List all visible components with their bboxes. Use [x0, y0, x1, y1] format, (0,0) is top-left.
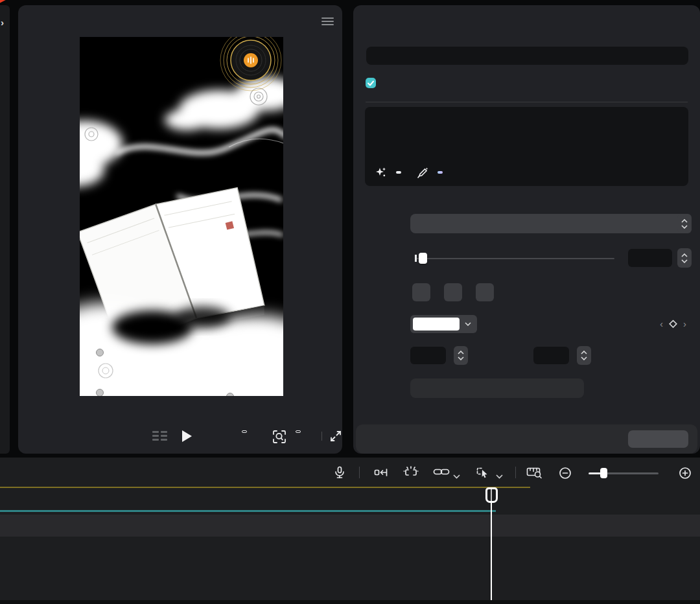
zoom-in-icon[interactable]	[678, 466, 692, 480]
letter-spacing-stepper[interactable]	[454, 346, 468, 365]
collapsed-panel-strip[interactable]: ›	[0, 5, 10, 454]
apply-all-row[interactable]	[366, 78, 381, 88]
letter-spacing-value[interactable]	[410, 347, 446, 364]
subtitle-text-editor[interactable]	[365, 107, 688, 186]
ink-wash-bottom	[80, 303, 283, 396]
player-header	[18, 5, 342, 34]
play-button[interactable]	[180, 429, 193, 443]
next-keyframe-icon[interactable]: ›	[683, 318, 686, 329]
checkbox-checked-icon[interactable]	[366, 78, 376, 88]
auto-gap-icon[interactable]	[403, 465, 419, 480]
font-size-value[interactable]	[628, 249, 672, 267]
timeline-ruler[interactable]	[0, 487, 700, 503]
video-preview[interactable]	[80, 37, 283, 396]
microphone-icon[interactable]	[333, 466, 346, 479]
audio-track-collapsed[interactable]	[0, 510, 496, 512]
keyframe-nav: ‹ ›	[660, 318, 686, 329]
line-spacing-stepper[interactable]	[577, 346, 591, 365]
textbox-handle[interactable]	[96, 389, 104, 396]
italic-button[interactable]	[476, 283, 494, 301]
color-picker[interactable]	[410, 315, 477, 333]
font-size-slider-track[interactable]	[415, 258, 614, 259]
link-icon[interactable]	[433, 467, 450, 476]
chevron-down-icon[interactable]	[453, 474, 460, 479]
font-family-dropdown[interactable]	[410, 214, 685, 233]
textbox-handle[interactable]	[226, 393, 234, 396]
player-menu-icon[interactable]	[321, 16, 334, 27]
timeline-toolbar	[0, 458, 700, 487]
font-size-stepper[interactable]	[677, 248, 692, 268]
zoom-out-icon[interactable]	[558, 466, 572, 480]
textbox-handle[interactable]	[259, 345, 266, 353]
focus-zoom-icon[interactable]	[272, 429, 287, 445]
font-size-slider-handle[interactable]	[419, 253, 427, 264]
text-track[interactable]	[0, 515, 700, 537]
fullscreen-icon[interactable]	[329, 429, 343, 443]
panel-footer	[356, 424, 697, 454]
cursor-select-icon[interactable]	[476, 466, 490, 479]
timeline-panel	[0, 458, 700, 604]
timecode	[33, 431, 41, 441]
player-controls	[18, 426, 342, 448]
text-settings-panel: ‹ ›	[353, 5, 700, 454]
save-preset-button[interactable]	[628, 430, 688, 448]
player-panel	[18, 5, 342, 454]
divider	[321, 432, 322, 441]
free-badge	[396, 171, 401, 174]
ruler-zoom-icon[interactable]	[526, 466, 543, 479]
app-root: ›	[0, 0, 700, 604]
prev-keyframe-icon[interactable]: ‹	[660, 318, 663, 329]
divider	[366, 102, 688, 102]
zoom-slider-handle[interactable]	[600, 468, 607, 478]
line-spacing-value[interactable]	[533, 347, 569, 364]
sparkle-icon	[375, 167, 387, 178]
quality-button[interactable]	[242, 430, 247, 433]
textbox-handle[interactable]	[96, 349, 104, 356]
slider-start-tick	[415, 255, 417, 262]
underline-button[interactable]	[444, 283, 462, 301]
ratio-button[interactable]	[296, 430, 301, 433]
font-family-stepper[interactable]	[677, 214, 692, 233]
playhead-line[interactable]	[491, 487, 492, 600]
bold-button[interactable]	[412, 283, 430, 301]
chevron-down-icon[interactable]	[496, 474, 503, 479]
alignment-group	[410, 378, 584, 398]
playhead-handle[interactable]	[485, 487, 498, 503]
expand-panel-icon[interactable]: ›	[1, 17, 4, 28]
keyframe-diamond-icon[interactable]	[668, 319, 678, 329]
video-track[interactable]	[0, 543, 700, 600]
color-swatch-white	[413, 318, 460, 331]
sub-tabs	[366, 47, 688, 65]
preview-art	[80, 37, 283, 396]
textbox-rotate-handle[interactable]	[261, 357, 265, 374]
deep-think-badge	[438, 171, 443, 174]
frames-grid-icon[interactable]	[152, 430, 169, 442]
snap-icon[interactable]	[374, 467, 388, 478]
pen-icon	[417, 167, 428, 178]
timeline-bottom-bar	[0, 600, 700, 604]
